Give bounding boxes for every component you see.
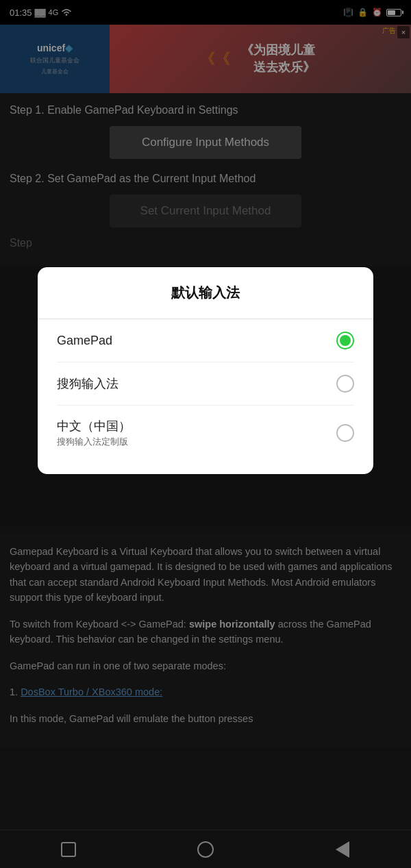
option-chinese-main: 中文（中国） bbox=[57, 418, 131, 434]
dialog-title: 默认输入法 bbox=[57, 284, 354, 302]
option-chinese-text: 中文（中国） 搜狗输入法定制版 bbox=[57, 418, 131, 448]
dialog-option-chinese[interactable]: 中文（中国） 搜狗输入法定制版 bbox=[57, 406, 354, 460]
dialog-option-sogou[interactable]: 搜狗输入法 bbox=[57, 362, 354, 406]
option-chinese-sub: 搜狗输入法定制版 bbox=[57, 436, 131, 448]
option-sogou-text: 搜狗输入法 bbox=[57, 375, 119, 392]
dialog-option-gamepad[interactable]: GamePad bbox=[57, 319, 354, 362]
radio-chinese[interactable] bbox=[336, 424, 354, 442]
input-method-dialog: 默认输入法 GamePad 搜狗输入法 中文（中国） 搜狗输入法定制版 bbox=[38, 267, 373, 474]
option-sogou-main: 搜狗输入法 bbox=[57, 375, 119, 392]
radio-gamepad[interactable] bbox=[336, 332, 354, 349]
option-gamepad-text: GamePad bbox=[57, 334, 112, 348]
option-gamepad-main: GamePad bbox=[57, 334, 112, 348]
dialog-overlay[interactable]: 默认输入法 GamePad 搜狗输入法 中文（中国） 搜狗输入法定制版 bbox=[0, 0, 411, 868]
radio-sogou[interactable] bbox=[336, 375, 354, 393]
radio-gamepad-fill bbox=[340, 335, 351, 346]
